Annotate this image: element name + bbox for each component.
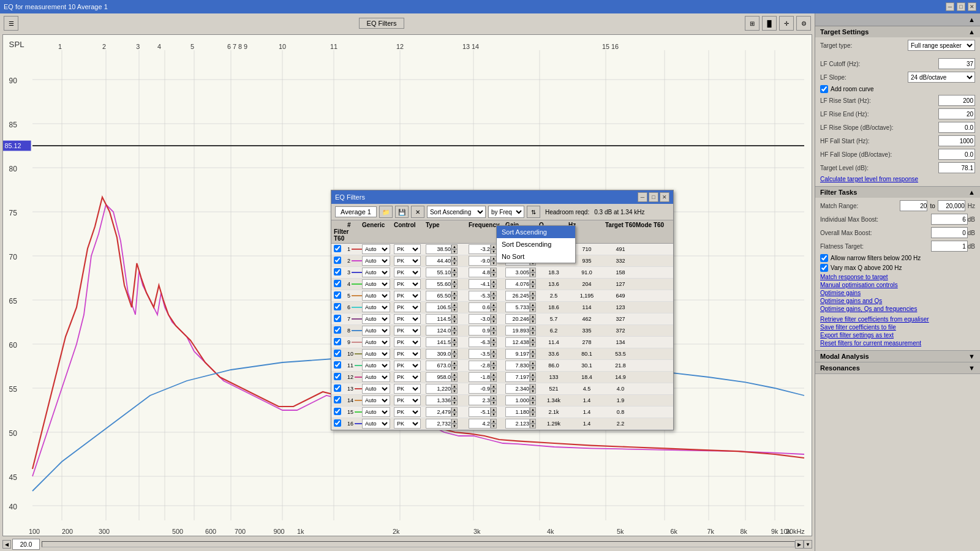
export-link[interactable]: Export filter settings as text xyxy=(820,332,975,339)
filter-freq-2[interactable] xyxy=(426,256,451,266)
target-level-input[interactable] xyxy=(938,162,975,173)
close-button[interactable]: ✕ xyxy=(968,2,976,11)
move-icon[interactable]: ✛ xyxy=(779,16,794,31)
filter-type-4[interactable]: PK xyxy=(394,279,421,289)
flatness-target-input[interactable] xyxy=(931,241,968,252)
filter-q-10[interactable] xyxy=(505,349,530,359)
target-type-select[interactable]: Full range speaker xyxy=(908,40,975,51)
optimise-gains-qs-link[interactable]: Optimise gains and Qs xyxy=(820,298,975,304)
individual-max-boost-input[interactable] xyxy=(931,214,968,225)
filter-freq-16[interactable] xyxy=(426,419,451,429)
filter-enabled-2[interactable] xyxy=(334,257,341,264)
filter-enabled-13[interactable] xyxy=(334,384,341,392)
filter-freq-14[interactable] xyxy=(426,395,451,405)
filter-freq-3[interactable] xyxy=(426,268,451,277)
filter-enabled-12[interactable] xyxy=(334,373,341,380)
eq-tab-average1[interactable]: Average 1 xyxy=(335,206,377,217)
calc-target-link[interactable]: Calculate target level from response xyxy=(820,176,975,182)
filter-enabled-9[interactable] xyxy=(334,338,341,345)
eq-file-button[interactable]: 📁 xyxy=(379,206,393,218)
resonances-header[interactable]: Resonances ▼ xyxy=(815,362,980,373)
sort-none-item[interactable]: No Sort xyxy=(497,250,575,263)
lf-cutoff-input[interactable]: 37 xyxy=(938,58,975,69)
filter-gain-5[interactable] xyxy=(469,291,491,301)
filter-gain-7[interactable] xyxy=(469,314,491,324)
lf-rise-start-input[interactable] xyxy=(938,95,975,106)
filter-q-14[interactable] xyxy=(505,395,530,405)
filter-type-11[interactable]: PK xyxy=(394,361,421,370)
filter-type-2[interactable]: PK xyxy=(394,256,421,266)
filter-freq-8[interactable] xyxy=(426,326,451,335)
eq-freq-select[interactable]: by Freq by Band xyxy=(488,206,524,218)
filter-q-13[interactable] xyxy=(505,384,530,394)
filter-control-5[interactable]: Auto xyxy=(362,291,390,301)
filter-freq-6[interactable] xyxy=(426,302,451,312)
filter-enabled-1[interactable] xyxy=(334,245,341,252)
filter-control-1[interactable]: Auto xyxy=(362,244,390,254)
eq-dialog-maximize[interactable]: □ xyxy=(649,192,658,202)
scroll-left-button[interactable]: ◀ xyxy=(2,540,11,549)
save-link[interactable]: Save filter coefficients to file xyxy=(820,324,975,331)
filter-gain-4[interactable] xyxy=(469,279,491,289)
manual-opt-link[interactable]: Manual optimisation controls xyxy=(820,282,975,288)
filter-type-8[interactable]: PK xyxy=(394,326,421,335)
filter-control-7[interactable]: Auto xyxy=(362,314,390,324)
filter-freq-10[interactable] xyxy=(426,349,451,359)
filter-enabled-8[interactable] xyxy=(334,326,341,334)
eq-dialog-close[interactable]: ✕ xyxy=(660,192,669,202)
filter-enabled-11[interactable] xyxy=(334,361,341,369)
hf-fall-start-input[interactable] xyxy=(938,135,975,146)
filter-control-16[interactable]: Auto xyxy=(362,419,390,429)
grid-icon[interactable]: ⊞ xyxy=(745,16,760,31)
lf-rise-end-input[interactable] xyxy=(938,108,975,119)
filter-gain-3[interactable] xyxy=(469,268,491,277)
filter-freq-5[interactable] xyxy=(426,291,451,301)
filter-tasks-header[interactable]: Filter Tasks ▲ xyxy=(815,187,980,198)
filter-control-14[interactable]: Auto xyxy=(362,395,390,405)
filter-gain-13[interactable] xyxy=(469,384,491,394)
filter-q-15[interactable] xyxy=(505,407,530,417)
filter-control-6[interactable]: Auto xyxy=(362,302,390,312)
filter-freq-11[interactable] xyxy=(426,361,451,370)
filter-type-12[interactable]: PK xyxy=(394,372,421,382)
filter-type-10[interactable]: PK xyxy=(394,349,421,359)
filter-q-11[interactable] xyxy=(505,361,530,370)
lf-slope-select[interactable]: 24 dB/octave xyxy=(908,72,975,83)
vary-max-checkbox[interactable] xyxy=(820,264,828,272)
filter-gain-14[interactable] xyxy=(469,395,491,405)
filter-freq-12[interactable] xyxy=(426,372,451,382)
filter-gain-1[interactable] xyxy=(469,244,491,254)
filter-freq-9[interactable] xyxy=(426,337,451,347)
filter-enabled-15[interactable] xyxy=(334,408,341,415)
eq-swap-button[interactable]: ⇅ xyxy=(527,206,540,218)
filter-q-3[interactable] xyxy=(505,268,530,277)
filter-control-2[interactable]: Auto xyxy=(362,256,390,266)
filter-q-16[interactable] xyxy=(505,419,530,429)
filter-type-7[interactable]: PK xyxy=(394,314,421,324)
eq-save-button[interactable]: 💾 xyxy=(395,206,409,218)
filter-control-3[interactable]: Auto xyxy=(362,268,390,277)
filter-control-9[interactable]: Auto xyxy=(362,337,390,347)
filter-freq-13[interactable] xyxy=(426,384,451,394)
filter-q-8[interactable] xyxy=(505,326,530,335)
maximize-button[interactable]: □ xyxy=(957,2,965,11)
freq-scrollbar[interactable] xyxy=(42,541,795,547)
filter-type-13[interactable]: PK xyxy=(394,384,421,394)
filter-control-11[interactable]: Auto xyxy=(362,361,390,370)
filter-type-9[interactable]: PK xyxy=(394,337,421,347)
filter-enabled-6[interactable] xyxy=(334,303,341,310)
filter-gain-2[interactable] xyxy=(469,256,491,266)
filter-freq-4[interactable] xyxy=(426,279,451,289)
filter-enabled-7[interactable] xyxy=(334,315,341,322)
overall-max-boost-input[interactable] xyxy=(931,227,968,238)
filter-control-13[interactable]: Auto xyxy=(362,384,390,394)
reset-link[interactable]: Reset filters for current measurement xyxy=(820,340,975,347)
match-range-from-input[interactable] xyxy=(900,200,927,211)
filter-gain-16[interactable] xyxy=(469,419,491,429)
filter-type-15[interactable]: PK xyxy=(394,407,421,417)
filter-freq-7[interactable] xyxy=(426,314,451,324)
filter-type-16[interactable]: PK xyxy=(394,419,421,429)
filter-q-5[interactable] xyxy=(505,291,530,301)
eq-sort-select[interactable]: Sort Ascending Sort Descending No Sort xyxy=(427,206,486,218)
filter-gain-6[interactable] xyxy=(469,302,491,312)
